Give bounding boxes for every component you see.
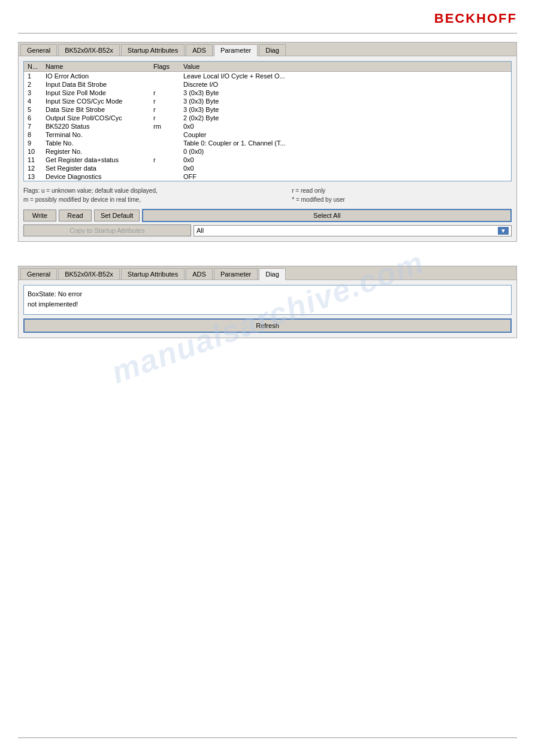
dropdown-value: All xyxy=(197,227,204,234)
row-value: 3 (0x3) Byte xyxy=(180,89,511,97)
panel-parameter: General BK52x0/IX-B52x Startup Attribute… xyxy=(18,42,517,242)
table-row[interactable]: 1 IO Error Action Leave Local I/O Cycle … xyxy=(24,72,511,81)
row-name: IO Error Action xyxy=(42,72,150,81)
row-name: Register No. xyxy=(42,147,150,156)
tab-ads-2[interactable]: ADS xyxy=(186,268,213,280)
table-row[interactable]: 5 Data Size Bit Strobe r 3 (0x3) Byte xyxy=(24,105,511,114)
tab-startup-1[interactable]: Startup Attributes xyxy=(121,44,185,56)
row-flags: rm xyxy=(150,122,180,130)
table-row[interactable]: 12 Set Register data 0x0 xyxy=(24,164,511,172)
row-flags: r xyxy=(150,89,180,97)
tab-general-2[interactable]: General xyxy=(20,268,57,280)
bottom-divider xyxy=(18,737,517,738)
param-table-wrap: N... Name Flags Value 1 IO Error Action … xyxy=(23,61,512,181)
row-name: Set Register data xyxy=(42,164,150,172)
row-value: 0x0 xyxy=(180,164,511,172)
refresh-button[interactable]: Refresh xyxy=(23,318,512,333)
row-value: 0x0 xyxy=(180,156,511,164)
write-button[interactable]: Write xyxy=(23,210,56,221)
table-row[interactable]: 8 Terminal No. Coupler xyxy=(24,130,511,139)
row-value: 0x0 xyxy=(180,122,511,130)
tab-startup-2[interactable]: Startup Attributes xyxy=(121,268,185,280)
row-n: 11 xyxy=(24,156,42,164)
row-flags xyxy=(150,147,180,156)
row-value: Coupler xyxy=(180,130,511,139)
row-flags xyxy=(150,172,180,181)
main-content: General BK52x0/IX-B52x Startup Attribute… xyxy=(18,42,517,362)
flags-line2-right: * = modified by user xyxy=(292,195,512,204)
row-name: Device Diagnostics xyxy=(42,172,150,181)
row-n: 4 xyxy=(24,97,42,105)
table-row[interactable]: 6 Output Size Poll/COS/Cyc r 2 (0x2) Byt… xyxy=(24,114,511,122)
tab-bar-2: General BK52x0/IX-B52x Startup Attribute… xyxy=(19,266,516,280)
row-n: 8 xyxy=(24,130,42,139)
panel-diag-body: BoxState: No error not implemented! Refr… xyxy=(19,280,516,338)
row-name: BK5220 Status xyxy=(42,122,150,130)
tab-diag-2[interactable]: Diag xyxy=(259,268,286,280)
select-all-button[interactable]: Select All xyxy=(142,209,512,222)
row-n: 2 xyxy=(24,80,42,89)
diag-line1: BoxState: No error xyxy=(28,289,507,299)
copy-to-startup-button[interactable]: Copy to Startup Attributes xyxy=(23,224,191,236)
table-row[interactable]: 2 Input Data Bit Strobe Discrete I/O xyxy=(24,80,511,89)
tab-parameter-2[interactable]: Parameter xyxy=(214,268,258,280)
col-header-flags: Flags xyxy=(150,62,180,72)
copy-row: Copy to Startup Attributes All ▼ xyxy=(23,224,512,236)
table-row[interactable]: 3 Input Size Poll Mode r 3 (0x3) Byte xyxy=(24,89,511,97)
flags-line2-left: m = possibly modified by device in real … xyxy=(23,195,292,204)
read-button[interactable]: Read xyxy=(59,210,92,221)
table-row[interactable]: 13 Device Diagnostics OFF xyxy=(24,172,511,181)
tab-ads-1[interactable]: ADS xyxy=(186,44,213,56)
row-value: 2 (0x2) Byte xyxy=(180,114,511,122)
row-value: Discrete I/O xyxy=(180,80,511,89)
panel-parameter-body: N... Name Flags Value 1 IO Error Action … xyxy=(19,56,516,241)
tab-bk52x-2[interactable]: BK52x0/IX-B52x xyxy=(58,268,120,280)
button-row-1: Write Read Set Default Select All xyxy=(23,209,512,222)
row-name: Table No. xyxy=(42,139,150,147)
row-value: OFF xyxy=(180,172,511,181)
table-row[interactable]: 7 BK5220 Status rm 0x0 xyxy=(24,122,511,130)
set-default-button[interactable]: Set Default xyxy=(94,210,140,221)
diag-output: BoxState: No error not implemented! xyxy=(23,285,512,315)
flags-legend: Flags: u = unknown value; default value … xyxy=(23,185,512,205)
table-row[interactable]: 11 Get Register data+status r 0x0 xyxy=(24,156,511,164)
row-n: 12 xyxy=(24,164,42,172)
beckhoff-logo: BECKHOFF xyxy=(434,11,517,26)
top-divider xyxy=(18,33,517,34)
row-value: Table 0: Coupler or 1. Channel (T... xyxy=(180,139,511,147)
diag-line2: not implemented! xyxy=(28,299,507,309)
flags-line1-left: Flags: u = unknown value; default value … xyxy=(23,186,292,195)
filter-dropdown[interactable]: All ▼ xyxy=(194,225,512,236)
tab-bar-1: General BK52x0/IX-B52x Startup Attribute… xyxy=(19,42,516,56)
row-flags xyxy=(150,164,180,172)
row-flags: r xyxy=(150,156,180,164)
col-header-value: Value xyxy=(180,62,511,72)
row-flags: r xyxy=(150,105,180,114)
tab-bk52x-1[interactable]: BK52x0/IX-B52x xyxy=(58,44,120,56)
tab-parameter-1[interactable]: Parameter xyxy=(214,44,258,56)
panel-diag: General BK52x0/IX-B52x Startup Attribute… xyxy=(18,266,517,338)
row-flags xyxy=(150,130,180,139)
dropdown-arrow-icon: ▼ xyxy=(498,227,509,235)
row-name: Data Size Bit Strobe xyxy=(42,105,150,114)
row-n: 5 xyxy=(24,105,42,114)
row-n: 9 xyxy=(24,139,42,147)
row-name: Input Size Poll Mode xyxy=(42,89,150,97)
row-flags xyxy=(150,72,180,81)
row-n: 7 xyxy=(24,122,42,130)
col-header-n: N... xyxy=(24,62,42,72)
param-table: N... Name Flags Value 1 IO Error Action … xyxy=(24,62,511,181)
table-row[interactable]: 9 Table No. Table 0: Coupler or 1. Chann… xyxy=(24,139,511,147)
tab-diag-1[interactable]: Diag xyxy=(259,44,286,56)
row-flags: r xyxy=(150,97,180,105)
row-flags: r xyxy=(150,114,180,122)
row-n: 13 xyxy=(24,172,42,181)
row-n: 6 xyxy=(24,114,42,122)
row-name: Get Register data+status xyxy=(42,156,150,164)
col-header-name: Name xyxy=(42,62,150,72)
tab-general-1[interactable]: General xyxy=(20,44,57,56)
row-n: 1 xyxy=(24,72,42,81)
table-row[interactable]: 4 Input Size COS/Cyc Mode r 3 (0x3) Byte xyxy=(24,97,511,105)
row-value: Leave Local I/O Cycle + Reset O... xyxy=(180,72,511,81)
table-row[interactable]: 10 Register No. 0 (0x0) xyxy=(24,147,511,156)
